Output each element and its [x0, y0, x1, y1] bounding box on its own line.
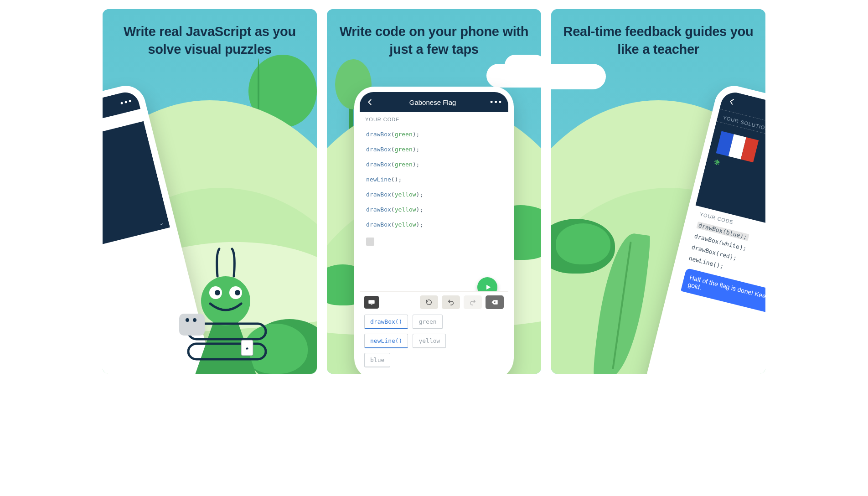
svg-point-8: [186, 318, 189, 322]
code-chip[interactable]: drawBox(): [364, 315, 408, 329]
svg-rect-12: [368, 300, 374, 304]
panel-headline: Write code on your phone with just a few…: [327, 9, 541, 58]
undo-button[interactable]: [442, 295, 460, 309]
code-keyboard: drawBox()greennewLine()yellowblue: [360, 291, 508, 374]
svg-point-2: [215, 290, 220, 295]
code-line[interactable]: drawBox(yellow);: [360, 217, 508, 232]
screenshot-gallery: Write real JavaScript as you solve visua…: [102, 0, 766, 383]
more-icon[interactable]: •••: [119, 96, 134, 108]
code-chip[interactable]: newLine(): [364, 334, 408, 348]
code-line[interactable]: drawBox(green);: [360, 127, 508, 142]
code-chip[interactable]: yellow: [413, 334, 446, 348]
svg-rect-13: [371, 305, 372, 305]
panel-headline: Write real JavaScript as you solve visua…: [103, 9, 317, 58]
code-line[interactable]: newLine();: [360, 172, 508, 187]
grasshopper-marker-icon: ❋: [713, 158, 721, 168]
app-bar: Gabonese Flag •••: [360, 92, 508, 112]
svg-point-4: [235, 290, 240, 295]
promo-panel-1: Write real JavaScript as you solve visua…: [103, 9, 317, 374]
promo-panel-2: Write code on your phone with just a few…: [327, 9, 541, 374]
phone-mockup-2: Gabonese Flag ••• YOUR CODE drawBox(gree…: [354, 87, 514, 374]
back-icon[interactable]: [365, 97, 375, 107]
svg-point-0: [201, 276, 250, 326]
code-line[interactable]: drawBox(green);: [360, 157, 508, 172]
redo-button: [464, 295, 482, 309]
promo-panel-3: Real-time feedback guides you like a tea…: [551, 9, 765, 374]
svg-point-9: [193, 318, 196, 322]
french-flag-output: [716, 131, 759, 162]
app-bar-title: Gabonese Flag: [375, 98, 490, 106]
svg-rect-7: [179, 314, 205, 336]
backspace-button[interactable]: [486, 295, 504, 309]
cursor-indicator: [366, 238, 374, 246]
code-line[interactable]: drawBox(green);: [360, 142, 508, 157]
code-chip[interactable]: blue: [364, 353, 390, 367]
panel-headline: Real-time feedback guides you like a tea…: [551, 9, 765, 58]
keyboard-toggle-icon[interactable]: [364, 296, 379, 309]
reset-button[interactable]: [420, 295, 438, 309]
code-editor[interactable]: drawBox(green);drawBox(green);drawBox(gr…: [360, 125, 508, 236]
code-chips: drawBox()greennewLine()yellowblue: [360, 313, 508, 374]
chevron-down-icon[interactable]: ⌄: [158, 219, 165, 227]
code-line[interactable]: drawBox(yellow);: [360, 187, 508, 202]
grasshopper-mascot: ♠: [166, 232, 285, 374]
code-label: YOUR CODE: [360, 112, 508, 125]
code-line[interactable]: drawBox(yellow);: [360, 202, 508, 217]
more-icon[interactable]: •••: [490, 98, 503, 107]
svg-text:♠: ♠: [246, 345, 249, 351]
code-chip[interactable]: green: [413, 315, 442, 329]
